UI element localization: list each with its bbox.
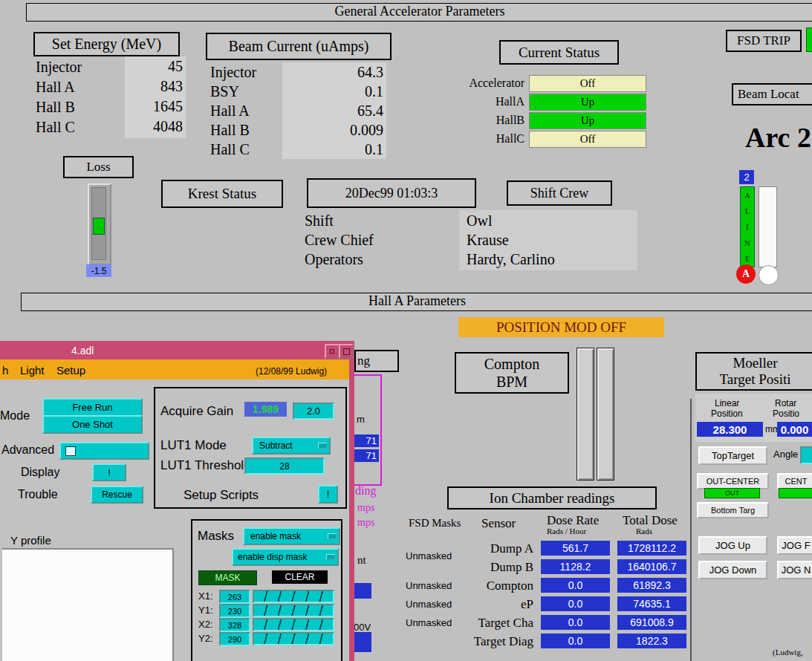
jog-up-button[interactable]: JOG Up xyxy=(698,536,767,555)
status-row-label: HallA xyxy=(416,94,524,110)
coord-entry[interactable]: 328 xyxy=(219,618,250,632)
jog-n-button[interactable]: JOG N xyxy=(777,561,812,579)
clipped-related-display-label[interactable]: ding xyxy=(355,484,376,498)
window-minimize-button[interactable] xyxy=(325,344,340,359)
linear-label-1: Linear xyxy=(715,398,739,408)
coord-entry[interactable]: 230 xyxy=(219,604,250,618)
dose-rate-value: 561.7 xyxy=(541,541,610,556)
sensor-label: eP xyxy=(446,597,533,612)
acquire-gain-entry[interactable]: 2.0 xyxy=(293,403,334,420)
ion-header-rate-unit: Rads / Hour xyxy=(547,527,586,535)
moeller-line1: Moeller xyxy=(733,355,777,371)
rotary-position-value: 0.000 xyxy=(777,422,812,437)
status-row-label: HallC xyxy=(416,131,524,147)
linear-label-2: Position xyxy=(711,408,743,419)
moeller-title-button[interactable]: Moeller Target Positi xyxy=(695,352,812,391)
top-target-button[interactable]: TopTarget xyxy=(698,446,767,465)
shift-label: Crew Chief xyxy=(305,232,374,249)
aline-white-button[interactable] xyxy=(759,265,779,285)
rescue-button[interactable]: Rescue xyxy=(91,486,143,504)
loss-button[interactable]: Loss xyxy=(63,156,134,178)
aline-slider-track[interactable] xyxy=(759,186,777,267)
menu-item-light[interactable]: Light xyxy=(20,364,45,377)
enable-mask-dropdown[interactable]: enable mask xyxy=(243,527,340,545)
advanced-button[interactable] xyxy=(59,442,149,460)
mask-label: Unmasked xyxy=(406,550,452,561)
dropdown-value: Subtract xyxy=(259,440,293,451)
beam-current-label: Hall C xyxy=(210,141,250,158)
lut1-threshold-label: LUT1 Threshold xyxy=(160,458,251,473)
sensor-label: Dump A xyxy=(446,541,533,556)
acquire-gain-label: Acquire Gain xyxy=(160,404,233,419)
out-center-button[interactable]: OUT-CENTER xyxy=(697,473,769,489)
angle-entry[interactable] xyxy=(800,446,812,464)
center-button[interactable]: CENT xyxy=(777,473,812,489)
clipped-text: nt xyxy=(357,554,366,567)
dose-rate-value: 1128.2 xyxy=(541,559,610,574)
ion-header-total: Total Dose xyxy=(623,513,678,528)
one-shot-button[interactable]: One Shot xyxy=(42,415,143,434)
aline-letter: I xyxy=(746,222,749,231)
current-status-title: Current Status xyxy=(499,40,619,65)
trouble-label: Trouble xyxy=(18,488,58,501)
dropdown-glyph-icon xyxy=(328,533,337,539)
clipped-related-display-label[interactable]: mps xyxy=(357,502,374,514)
lut1-mode-dropdown[interactable]: Subtract xyxy=(252,437,331,455)
coord-slider[interactable] xyxy=(253,604,334,617)
compton-bpm-line1: Compton xyxy=(484,355,539,373)
acquire-gain-readback: 1.989 xyxy=(244,402,287,417)
beam-current-value: 64.3 xyxy=(282,63,383,81)
loss-slider[interactable] xyxy=(88,183,111,265)
rotary-label-2: Positio xyxy=(773,408,799,419)
set-energy-value: 4048 xyxy=(125,117,183,136)
set-energy-value: 1645 xyxy=(125,97,183,116)
y-profile-label: Y profile xyxy=(10,534,51,547)
setup-scripts-button[interactable]: ! xyxy=(318,485,338,504)
fsd-trip-button[interactable]: FSD TRIP xyxy=(726,30,802,52)
bottom-target-button[interactable]: Bottom Targ xyxy=(697,502,769,518)
mask-button[interactable]: MASK xyxy=(198,570,257,585)
window-icon xyxy=(65,446,76,456)
coord-slider[interactable] xyxy=(253,632,334,645)
display-button[interactable]: ! xyxy=(92,463,126,481)
beam-locator-button[interactable]: Beam Locat xyxy=(732,83,812,105)
aline-letter: N xyxy=(744,238,750,247)
coord-slider[interactable] xyxy=(253,618,334,631)
menu-note: (12/08/99 Ludwig) xyxy=(256,366,327,377)
bpm-bar-right xyxy=(597,348,614,481)
menu-item[interactable]: h xyxy=(2,364,8,377)
coord-entry[interactable]: 290 xyxy=(219,632,250,646)
aline-letter: L xyxy=(745,206,750,215)
clear-button[interactable]: CLEAR xyxy=(272,570,328,584)
total-dose-value: 74635.1 xyxy=(617,596,686,611)
set-energy-title: Set Energy (MeV) xyxy=(33,32,180,56)
general-params-header: General Accelerator Parameters xyxy=(26,3,812,22)
window-maximize-button[interactable] xyxy=(339,344,354,359)
sensor-label: Dump B xyxy=(446,560,533,575)
beam-current-value: 0.009 xyxy=(282,121,383,139)
shift-value: Owl xyxy=(467,212,492,229)
free-run-button[interactable]: Free Run xyxy=(42,398,143,417)
y-profile-plot xyxy=(2,548,174,661)
jog-down-button[interactable]: JOG Down xyxy=(698,561,767,579)
clipped-related-display-label[interactable]: mps xyxy=(357,517,374,529)
aline-a-button[interactable]: A xyxy=(736,264,756,284)
total-dose-value: 61892.3 xyxy=(617,578,686,593)
mask-label: Unmasked xyxy=(406,580,452,591)
jog-f-button[interactable]: JOG F xyxy=(777,536,812,555)
beam-current-label: Hall B xyxy=(210,122,250,139)
dropdown-glyph-icon xyxy=(318,443,327,449)
shift-crew-button[interactable]: Shift Crew xyxy=(507,180,612,206)
enable-disp-mask-dropdown[interactable]: enable disp mask xyxy=(232,548,339,566)
shift-label: Shift xyxy=(305,212,334,229)
compton-bpm-button[interactable]: Compton BPM xyxy=(455,352,569,394)
krest-status-button[interactable]: Krest Status xyxy=(161,180,283,208)
coord-slider[interactable] xyxy=(253,590,334,603)
beam-current-label: BSY xyxy=(210,83,239,100)
status-indicator: Off xyxy=(529,75,646,92)
loss-slider-knob[interactable] xyxy=(93,218,105,235)
coord-entry[interactable]: 263 xyxy=(219,590,250,604)
shift-label: Operators xyxy=(305,251,363,268)
menu-item-setup[interactable]: Setup xyxy=(56,364,85,377)
lut1-threshold-entry[interactable]: 28 xyxy=(244,458,325,475)
